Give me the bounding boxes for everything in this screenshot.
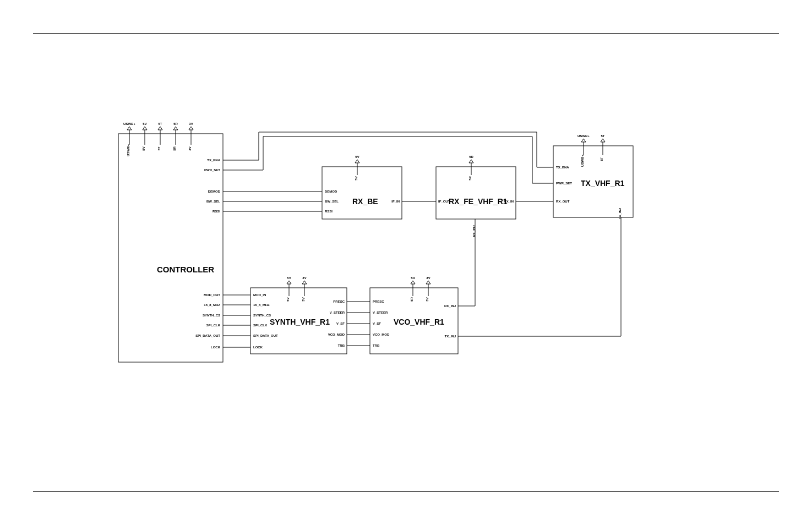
rx-be-bw-sel: BW_SEL	[325, 200, 339, 203]
controller-top-pin-0: USWB+	[123, 122, 135, 125]
vco-top-pin-1: 3V	[426, 276, 430, 280]
synth-top-pin-inner-0: 5V	[286, 297, 290, 301]
tx-rx-out: RX_OUT	[556, 200, 570, 203]
synth-trb: TRB	[338, 344, 345, 347]
vco-top-pin-0: 5R	[411, 276, 415, 280]
controller-top-pin-4: 3V	[189, 122, 193, 125]
controller-bw-sel: BW_SEL	[206, 200, 220, 203]
rx-fe-block: RX_FE_VHF_R1 5R 5R IF_OUT RX_IN RX_INJ	[436, 155, 516, 237]
vco-tx-inj: TX_INJ	[445, 335, 456, 338]
rx-fe-top-pin: 5R	[469, 155, 473, 158]
synth-spi-clk: SPI_CLK	[253, 324, 268, 327]
controller-top-pin-1: 5V	[143, 122, 146, 125]
vco-top-pin-inner-1: 3V	[426, 297, 429, 301]
synth-mod-in: MOD_IN	[253, 293, 266, 297]
controller-pwr-set: PWR_SET	[204, 168, 220, 172]
rx-fe-top-pin-inner: 5R	[468, 176, 472, 180]
vco-trb: TRB	[373, 344, 380, 347]
vco-rx-inj: RX_INJ	[444, 304, 456, 308]
controller-spi-clk: SPI_CLK	[206, 324, 221, 327]
controller-demod: DEMOD	[208, 190, 221, 193]
synth-top-pin-1: 3V	[302, 276, 306, 280]
synth-presc: PRESC	[333, 300, 345, 303]
tx-top-pin-0: USWB+	[577, 134, 590, 138]
synth-vco-mod: VCO_MOD	[328, 333, 345, 336]
controller-top-pin-2: 5T	[158, 122, 162, 125]
tx-top-pin-inner-0: USWB+	[581, 155, 584, 167]
synth-vsteer: V_STEER	[330, 311, 345, 314]
vco-vco-mod: VCO_MOD	[373, 333, 390, 336]
synth-cs: SYNTH_CS	[253, 314, 271, 317]
synth-lock: LOCK	[253, 346, 263, 349]
controller-top-pin-inner-4: 3V	[188, 146, 192, 150]
vco-block: VCO_VHF_R1 5R 5R 3V 3V PRESC V_STEER V_S…	[370, 276, 458, 354]
rx-be-block: RX_BE 5V 5V DEMOD BW_SEL RSSI IF_IN	[322, 155, 402, 219]
controller-top-pin-3: 5R	[173, 122, 178, 125]
controller-top-pins: USWB+ USWB+ 5V 5V 5T 5T	[123, 122, 193, 156]
controller-top-pin-inner-1: 5V	[142, 146, 145, 150]
tx-tx-ena: TX_ENA	[556, 166, 569, 169]
vco-title: VCO_VHF_R1	[394, 318, 444, 326]
tx-title: TX_VHF_R1	[581, 179, 625, 188]
schematic-page: { "blocks": { "controller": { "title": "…	[0, 0, 812, 525]
synth-16-8: 16_8_MHZ	[253, 303, 270, 307]
rx-fe-rx-in: RX_IN	[504, 200, 514, 203]
controller-top-pin-inner-3: 5R	[173, 146, 176, 150]
controller-spi-data-out: SPI_DATA_OUT	[195, 334, 220, 337]
synth-title: SYNTH_VHF_R1	[270, 318, 330, 326]
tx-top-pin-inner-1: 5T	[600, 157, 603, 161]
controller-synth-cs: SYNTH_CS	[203, 314, 220, 317]
tx-block: TX_VHF_R1 USWB+ USWB+ 5T 5T TX_ENA PWR_S…	[553, 134, 633, 219]
synth-vsf: V_SF	[336, 322, 345, 325]
controller-rssi: RSSI	[212, 210, 220, 213]
controller-mod-out: MOD_OUT	[204, 293, 220, 297]
rx-be-rssi: RSSI	[325, 210, 333, 213]
nets	[223, 132, 621, 347]
controller-top-pin-inner-2: 5T	[157, 146, 161, 150]
controller-title: CONTROLLER	[157, 265, 214, 274]
controller-top-pin-inner-0: USWB+	[127, 144, 130, 156]
rx-be-top-pin-inner: 5V	[355, 176, 358, 180]
synth-spi-data-out: SPI_DATA_OUT	[253, 334, 278, 337]
rx-be-if-in: IF_IN	[391, 200, 400, 203]
vco-vsf: V_SF	[373, 322, 381, 325]
controller-16-8-mhz: 16_8_MHZ	[204, 303, 220, 307]
rx-fe-title: RX_FE_VHF_R1	[449, 197, 508, 206]
vco-presc: PRESC	[373, 300, 384, 303]
diagram-svg: CONTROLLER USWB+ USWB+ 5V 5V 5T	[0, 0, 812, 525]
svg-rect-14	[436, 167, 516, 219]
tx-pwr-set: PWR_SET	[556, 182, 572, 185]
synth-top-pin-0: 5V	[287, 276, 291, 280]
vco-top-pin-inner-0: 5R	[410, 297, 413, 301]
rx-be-title: RX_BE	[352, 197, 378, 206]
page-frame-bottom	[33, 491, 779, 492]
page-frame-top	[33, 33, 779, 34]
vco-vsteer: V_STEER	[373, 311, 388, 314]
rx-fe-if-out: IF_OUT	[438, 200, 450, 203]
controller-block: CONTROLLER USWB+ USWB+ 5V 5V 5T	[118, 122, 223, 362]
controller-lock: LOCK	[211, 346, 221, 349]
synth-block: SYNTH_VHF_R1 5V 5V 3V 3V MOD_IN 16_8_MHZ…	[250, 276, 347, 354]
synth-top-pin-inner-1: 3V	[302, 297, 305, 301]
controller-tx-ena: TX_ENA	[207, 158, 220, 162]
rx-be-demod: DEMOD	[325, 190, 337, 193]
tx-top-pin-1: 5T	[601, 134, 604, 138]
rx-be-top-pin: 5V	[355, 155, 359, 158]
